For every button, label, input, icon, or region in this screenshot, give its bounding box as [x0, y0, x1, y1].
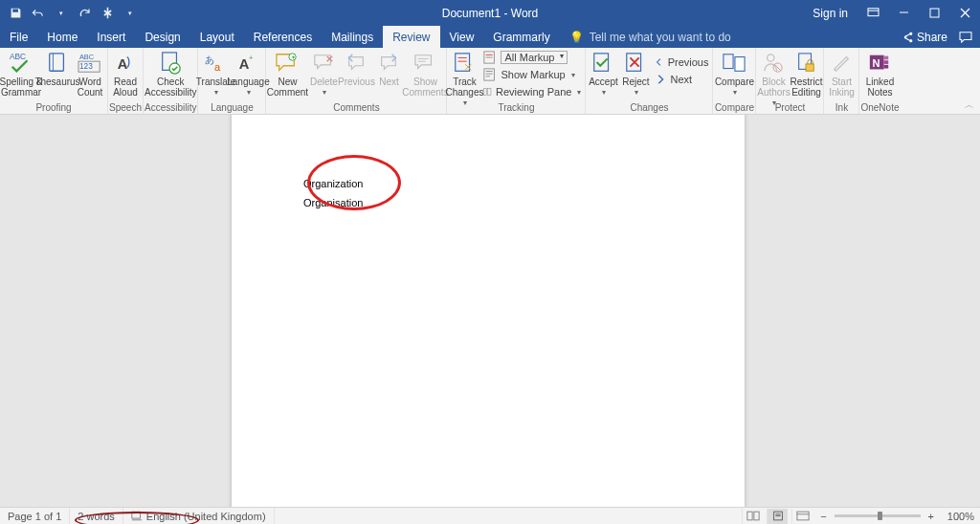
thesaurus-button[interactable]: Thesaurus: [41, 48, 74, 87]
close-icon[interactable]: [949, 0, 980, 26]
reviewing-pane-button[interactable]: Reviewing Pane: [480, 83, 584, 100]
minimize-icon[interactable]: [888, 0, 919, 26]
delete-comment-button[interactable]: Delete: [307, 48, 340, 98]
status-page[interactable]: Page 1 of 1: [0, 508, 70, 524]
zoom-out-button[interactable]: −: [816, 511, 830, 522]
group-protect: Block Authors Restrict Editing Protect: [756, 48, 824, 114]
document-body[interactable]: Organization Organisation: [303, 174, 363, 212]
tell-me-search[interactable]: 💡 Tell me what you want to do: [560, 26, 741, 48]
status-language[interactable]: English (United Kingdom): [123, 508, 275, 524]
tab-insert[interactable]: Insert: [87, 26, 135, 48]
document-area[interactable]: Organization Organisation: [0, 115, 980, 507]
svg-rect-47: [132, 512, 141, 518]
linked-notes-button[interactable]: N Linked Notes: [863, 48, 896, 98]
language-status-icon: [131, 511, 143, 521]
group-label: Changes: [630, 101, 668, 114]
svg-rect-31: [484, 88, 487, 95]
collapse-ribbon-icon[interactable]: ︿: [965, 98, 974, 112]
comments-pane-icon[interactable]: [959, 32, 972, 43]
tab-review[interactable]: Review: [383, 26, 439, 48]
zoom-in-button[interactable]: +: [924, 511, 938, 522]
group-proofing: ABC Spelling & Grammar Thesaurus ABC123 …: [0, 48, 108, 114]
qat-customize-icon[interactable]: ▾: [122, 6, 138, 21]
ribbon-tabs: File Home Insert Design Layout Reference…: [0, 26, 980, 48]
language-icon: A+: [234, 50, 262, 76]
ribbon-display-options-icon[interactable]: [858, 0, 888, 26]
restrict-icon: [791, 50, 820, 76]
save-icon[interactable]: [8, 6, 23, 21]
status-word-count[interactable]: 2 words: [70, 508, 123, 524]
quick-access-toolbar: ▾ ▾: [0, 0, 138, 26]
word-count-button[interactable]: ABC123 Word Count: [74, 48, 106, 98]
page[interactable]: Organization Organisation: [232, 115, 745, 507]
share-button[interactable]: Share: [902, 31, 947, 44]
svg-rect-36: [735, 57, 745, 72]
previous-comment-icon: [342, 50, 370, 76]
new-comment-button[interactable]: ✦ New Comment: [267, 48, 307, 98]
accessibility-icon: [156, 50, 185, 76]
zoom-slider[interactable]: [835, 514, 921, 517]
wordcount-icon: ABC123: [76, 50, 104, 76]
web-layout-view[interactable]: [791, 509, 813, 524]
svg-text:あ: あ: [205, 55, 214, 65]
read-mode-view[interactable]: [742, 509, 763, 524]
tab-view[interactable]: View: [440, 26, 484, 48]
accept-button[interactable]: Accept: [587, 48, 619, 98]
compare-button[interactable]: Compare: [714, 48, 754, 98]
touch-mode-icon[interactable]: [100, 6, 115, 21]
previous-change-button[interactable]: Previous: [652, 54, 711, 71]
zoom-level[interactable]: 100%: [942, 511, 974, 522]
tab-mailings[interactable]: Mailings: [322, 26, 383, 48]
svg-rect-45: [884, 60, 889, 64]
print-layout-view[interactable]: [767, 509, 788, 524]
language-button[interactable]: A+ Language: [232, 48, 264, 98]
redo-icon[interactable]: [77, 6, 92, 21]
reject-icon: [621, 50, 650, 76]
track-changes-icon: [450, 50, 479, 76]
maximize-icon[interactable]: [919, 0, 949, 26]
reject-button[interactable]: Reject: [619, 48, 652, 98]
group-onenote: N Linked Notes OneNote: [859, 48, 900, 114]
svg-line-39: [774, 64, 781, 71]
compare-icon: [720, 50, 748, 76]
zoom-slider-thumb[interactable]: [878, 512, 882, 520]
show-comments-button[interactable]: Show Comments: [405, 48, 445, 98]
ribbon: ABC Spelling & Grammar Thesaurus ABC123 …: [0, 48, 980, 115]
restrict-editing-button[interactable]: Restrict Editing: [790, 48, 822, 98]
tab-layout[interactable]: Layout: [190, 26, 244, 48]
translate-button[interactable]: あa Translate: [199, 48, 232, 98]
start-inking-button[interactable]: Start Inking: [825, 48, 858, 98]
tab-grammarly[interactable]: Grammarly: [483, 26, 559, 48]
check-accessibility-button[interactable]: Check Accessibility: [150, 48, 190, 98]
group-ink: Start Inking Ink: [824, 48, 859, 114]
svg-text:+: +: [249, 54, 253, 62]
title-bar: ▾ ▾ Document1 - Word Sign in: [0, 0, 980, 26]
previous-comment-button[interactable]: Previous: [340, 48, 372, 87]
tab-file[interactable]: File: [0, 26, 37, 48]
display-for-review-dropdown[interactable]: All Markup▾: [480, 49, 584, 66]
markup-icon: [483, 51, 497, 64]
group-label: Tracking: [498, 101, 534, 114]
svg-text:N: N: [873, 57, 880, 69]
tab-design[interactable]: Design: [135, 26, 189, 48]
next-change-button[interactable]: Next: [652, 71, 711, 88]
accept-icon: [589, 50, 617, 76]
tab-references[interactable]: References: [244, 26, 322, 48]
svg-rect-3: [930, 9, 939, 17]
next-icon: [655, 74, 666, 85]
tabs-right: Share: [902, 26, 980, 48]
svg-text:a: a: [215, 61, 222, 73]
undo-dropdown-icon[interactable]: ▾: [54, 6, 69, 21]
read-aloud-button[interactable]: A Read Aloud: [109, 48, 142, 98]
svg-text:ABC: ABC: [79, 53, 95, 61]
sign-in-link[interactable]: Sign in: [803, 7, 858, 20]
spelling-grammar-button[interactable]: ABC Spelling & Grammar: [1, 48, 41, 98]
track-changes-button[interactable]: Track Changes: [448, 48, 480, 108]
show-markup-button[interactable]: Show Markup: [480, 66, 584, 83]
tab-home[interactable]: Home: [37, 26, 87, 48]
next-comment-button[interactable]: Next: [372, 48, 405, 87]
block-authors-button[interactable]: Block Authors: [757, 48, 790, 108]
svg-rect-27: [484, 69, 495, 80]
undo-icon[interactable]: [31, 6, 46, 21]
svg-text:ABC: ABC: [10, 52, 26, 61]
